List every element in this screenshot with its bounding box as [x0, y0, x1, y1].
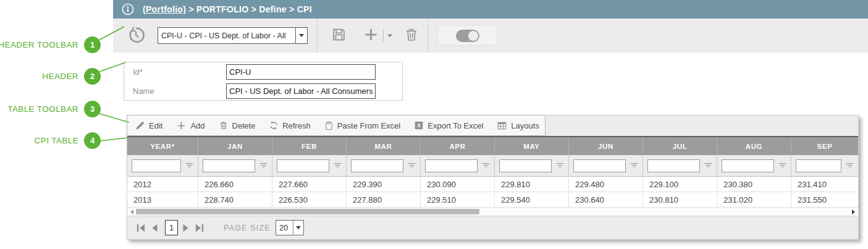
horizontal-scrollbar[interactable]: [127, 208, 858, 216]
page-size-dropdown[interactable]: 20: [276, 220, 304, 235]
table-toolbar-button-layouts[interactable]: Layouts: [497, 120, 539, 131]
breadcrumb-portfolio-link[interactable]: (Portfolio): [143, 4, 186, 14]
table-cell[interactable]: 228.740: [198, 192, 272, 207]
table-cell[interactable]: 226.530: [272, 192, 347, 207]
table-cell[interactable]: 231.020: [717, 192, 791, 207]
filter-input[interactable]: [203, 159, 255, 172]
table-cell[interactable]: 2012: [127, 177, 198, 192]
table-cell[interactable]: 229.540: [495, 192, 569, 207]
filter-cell: [272, 155, 347, 176]
table-cell[interactable]: 227.880: [347, 192, 421, 207]
table-toolbar-button-export-to-excel[interactable]: XExport To Excel: [414, 120, 483, 130]
table-cell[interactable]: 230.810: [643, 192, 717, 207]
filter-input[interactable]: [647, 159, 700, 172]
column-header-year[interactable]: YEAR*: [127, 137, 198, 155]
scroll-right-arrow[interactable]: [852, 209, 855, 214]
filter-icon[interactable]: [481, 161, 491, 170]
dropdown-caret-button[interactable]: [295, 28, 307, 43]
column-header-feb[interactable]: FEB: [272, 137, 347, 155]
filter-input[interactable]: [132, 159, 181, 172]
filter-input[interactable]: [573, 159, 626, 172]
first-page-icon[interactable]: [135, 222, 146, 234]
history-icon[interactable]: [127, 26, 145, 44]
filter-cell: [198, 155, 272, 176]
id-field[interactable]: [226, 64, 376, 80]
table-cell[interactable]: 229.100: [643, 177, 717, 192]
table-toolbar-button-delete[interactable]: Delete: [219, 120, 256, 130]
filter-icon[interactable]: [845, 161, 855, 170]
pager-bar: 1 PAGE SIZE 20: [127, 216, 858, 239]
table-toolbar-button-paste-from-excel[interactable]: Paste From Excel: [324, 120, 401, 131]
filter-icon[interactable]: [629, 161, 639, 170]
table-cell[interactable]: 230.090: [421, 177, 495, 192]
filter-input[interactable]: [499, 159, 552, 172]
next-page-icon[interactable]: [180, 222, 192, 234]
toggle-knob: [468, 31, 478, 41]
table-row: 2012226.660227.660229.390230.090229.8102…: [127, 177, 858, 192]
header-toolbar: CPI-U - CPI - US Dept. of Labor - All: [113, 19, 868, 53]
filter-icon[interactable]: [555, 161, 565, 170]
scroll-left-arrow[interactable]: [130, 209, 133, 214]
table-cell[interactable]: 229.480: [569, 177, 643, 192]
add-dropdown-caret[interactable]: [383, 30, 392, 42]
button-label: Edit: [149, 121, 162, 130]
column-header-jun[interactable]: JUN: [569, 137, 643, 155]
table-cell[interactable]: 227.660: [272, 177, 347, 192]
table-toolbar-button-edit[interactable]: Edit: [135, 120, 162, 131]
filter-input[interactable]: [722, 159, 774, 172]
annotation-label: CPI TABLE: [35, 136, 78, 145]
plus-icon: [176, 120, 187, 131]
name-field[interactable]: [226, 83, 376, 99]
filter-input[interactable]: [425, 159, 478, 172]
table-cell[interactable]: 230.640: [569, 192, 643, 207]
filter-icon[interactable]: [184, 161, 195, 170]
cpi-selector-dropdown[interactable]: CPI-U - CPI - US Dept. of Labor - All: [158, 27, 308, 44]
column-header-aug[interactable]: AUG: [717, 137, 791, 155]
current-page-indicator[interactable]: 1: [165, 220, 178, 235]
filter-icon[interactable]: [777, 161, 788, 170]
filter-input[interactable]: [796, 159, 841, 172]
annotation-header: HEADER 2: [0, 68, 101, 85]
name-row: Name: [124, 82, 402, 101]
column-header-apr[interactable]: APR: [421, 137, 495, 155]
filter-input[interactable]: [351, 159, 403, 172]
filter-icon[interactable]: [407, 161, 417, 170]
caret-down-icon: [387, 34, 392, 37]
filter-icon[interactable]: [703, 161, 714, 170]
table-cell[interactable]: 231.410: [791, 177, 858, 192]
caret-down-icon: [299, 34, 304, 37]
table-toolbar-button-add[interactable]: Add: [176, 120, 204, 131]
table-toolbar-buttons: EditAddDeleteRefreshPaste From ExcelXExp…: [127, 115, 546, 136]
caret-down-icon: [296, 226, 301, 229]
filter-icon[interactable]: [258, 161, 269, 170]
id-row: Id*: [124, 62, 402, 82]
table-cell[interactable]: 230.380: [717, 177, 791, 192]
toggle-switch[interactable]: [456, 30, 479, 42]
add-button[interactable]: [363, 26, 392, 45]
table-toolbar-button-refresh[interactable]: Refresh: [269, 120, 311, 130]
column-header-mar[interactable]: MAR: [347, 137, 421, 155]
column-header-may[interactable]: MAY: [495, 137, 569, 155]
table-cell[interactable]: 226.660: [198, 177, 272, 192]
column-header-jan[interactable]: JAN: [198, 137, 272, 155]
save-button[interactable]: [331, 26, 347, 45]
scrollbar-thumb[interactable]: [136, 209, 479, 214]
table-cell[interactable]: 229.390: [347, 177, 421, 192]
info-icon[interactable]: [121, 2, 135, 16]
filter-input[interactable]: [277, 159, 329, 172]
table-cell[interactable]: 231.550: [791, 192, 858, 207]
table-cell[interactable]: 229.810: [495, 177, 569, 192]
name-label: Name: [133, 87, 226, 96]
last-page-icon[interactable]: [194, 222, 205, 234]
table-cell[interactable]: 2013: [127, 192, 198, 207]
page-size-caret-button[interactable]: [293, 221, 303, 235]
svg-text:X: X: [417, 122, 421, 129]
column-header-sep[interactable]: SEP: [791, 137, 858, 155]
delete-button[interactable]: [403, 27, 419, 45]
filter-icon[interactable]: [332, 161, 343, 170]
prev-page-icon[interactable]: [149, 222, 160, 234]
breadcrumb-path: > PORTFOLIO > Define > CPI: [186, 4, 312, 14]
column-header-jul[interactable]: JUL: [643, 137, 717, 155]
table-cell[interactable]: 229.510: [421, 192, 495, 207]
annotation-label: HEADER: [42, 72, 78, 81]
